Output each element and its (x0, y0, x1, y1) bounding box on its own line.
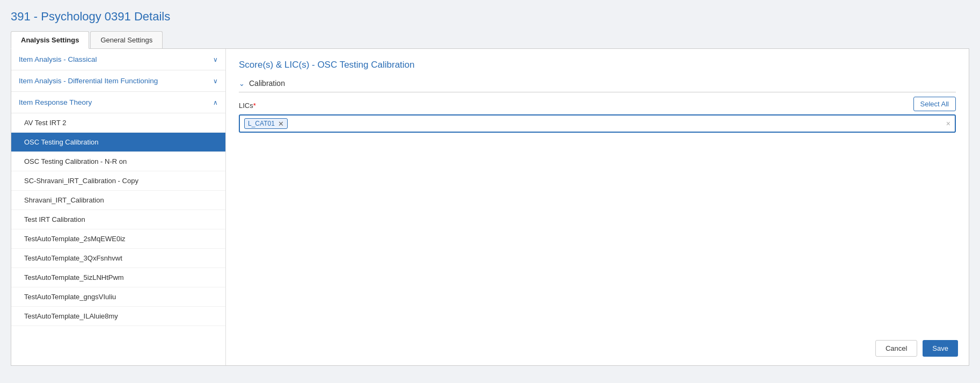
sidebar-item-auto-template-1[interactable]: TestAutoTemplate_2sMqEWE0iz (11, 229, 225, 249)
lics-tags-input[interactable]: L_CAT01 ✕ × (239, 114, 956, 133)
sidebar-item-av-test-irt-2[interactable]: AV Test IRT 2 (11, 113, 225, 133)
chevron-down-calibration-icon: ⌄ (239, 80, 245, 88)
sidebar-section-label-dif: Item Analysis - Differential Item Functi… (19, 77, 158, 85)
cancel-button[interactable]: Cancel (875, 340, 917, 357)
tag-l-cat01: L_CAT01 ✕ (244, 118, 288, 129)
tab-general-settings[interactable]: General Settings (90, 31, 163, 48)
sidebar-item-auto-template-3[interactable]: TestAutoTemplate_5izLNHtPwm (11, 268, 225, 287)
sidebar-item-osc-testing-calibration[interactable]: OSC Testing Calibration (11, 133, 225, 152)
sidebar-item-osc-testing-calibration-nr[interactable]: OSC Testing Calibration - N-R on (11, 152, 225, 171)
sidebar-item-test-irt-calibration[interactable]: Test IRT Calibration (11, 210, 225, 229)
lics-required-marker: * (253, 102, 256, 110)
sidebar: Item Analysis - Classical ∨ Item Analysi… (11, 49, 226, 365)
sidebar-item-auto-template-2[interactable]: TestAutoTemplate_3QxFsnhvwt (11, 249, 225, 268)
calibration-section: ⌄ Calibration LICs* Select All L_CAT01 (239, 79, 956, 133)
chevron-up-icon-irt: ∧ (213, 99, 218, 106)
tab-analysis-settings[interactable]: Analysis Settings (11, 31, 89, 49)
lics-label: LICs* (239, 98, 266, 110)
sidebar-section-item-analysis-dif[interactable]: Item Analysis - Differential Item Functi… (11, 70, 225, 92)
sidebar-item-sc-shravani[interactable]: SC-Shravani_IRT_Calibration - Copy (11, 171, 225, 191)
page-title: 391 - Psychology 0391 Details (11, 10, 969, 24)
chevron-down-icon-dif: ∨ (213, 77, 218, 85)
page-wrapper: 391 - Psychology 0391 Details Analysis S… (0, 0, 980, 383)
sidebar-item-auto-template-4[interactable]: TestAutoTemplate_gngsVIuliu (11, 287, 225, 307)
sidebar-item-auto-template-5[interactable]: TestAutoTemplate_ILAluie8my (11, 307, 225, 326)
sidebar-section-label-classical: Item Analysis - Classical (19, 55, 97, 63)
tag-remove-icon[interactable]: ✕ (278, 120, 284, 127)
calibration-toggle-row[interactable]: ⌄ Calibration (239, 79, 956, 92)
lics-field-block: LICs* Select All L_CAT01 ✕ × (239, 97, 956, 133)
tag-label: L_CAT01 (248, 120, 275, 127)
select-all-button[interactable]: Select All (913, 97, 956, 111)
content-title: Score(s) & LIC(s) - OSC Testing Calibrat… (239, 60, 956, 70)
sidebar-section-irt[interactable]: Item Response Theory ∧ (11, 92, 225, 113)
chevron-down-icon: ∨ (213, 56, 218, 63)
sidebar-section-item-analysis-classical[interactable]: Item Analysis - Classical ∨ (11, 49, 225, 70)
content-area: Score(s) & LIC(s) - OSC Testing Calibrat… (226, 49, 969, 365)
sidebar-section-label-irt: Item Response Theory (19, 98, 92, 106)
save-button[interactable]: Save (923, 340, 958, 357)
sidebar-item-shravani-irt[interactable]: Shravani_IRT_Calibration (11, 191, 225, 210)
calibration-section-label: Calibration (249, 79, 285, 88)
tabs-bar: Analysis Settings General Settings (11, 31, 969, 49)
lics-top-row: LICs* Select All (239, 97, 956, 111)
main-panel: Item Analysis - Classical ∨ Item Analysi… (11, 49, 969, 366)
tags-clear-icon[interactable]: × (946, 119, 950, 128)
footer-buttons: Cancel Save (875, 340, 958, 357)
